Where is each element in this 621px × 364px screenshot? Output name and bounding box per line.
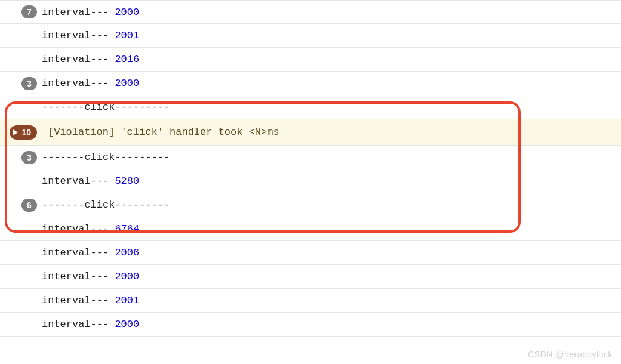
log-row[interactable]: interval--- 2000 <box>0 265 621 289</box>
log-content: interval--- 2000 <box>37 78 139 89</box>
log-row[interactable]: interval--- 5280 <box>0 169 621 193</box>
log-label: interval--- <box>42 54 115 65</box>
expand-icon <box>13 129 18 135</box>
log-content: interval--- 2001 <box>37 295 139 306</box>
click-separator: -------click--------- <box>42 101 170 113</box>
log-row[interactable]: 3 -------click--------- <box>0 146 621 169</box>
click-separator: -------click--------- <box>42 199 170 211</box>
log-row[interactable]: interval--- 2006 <box>0 241 621 265</box>
count-badge: 6 <box>21 199 37 212</box>
count-badge: 3 <box>21 151 37 164</box>
log-content: interval--- 2016 <box>37 54 139 65</box>
violation-row[interactable]: 10 [Violation] 'click' handler took <N>m… <box>0 119 621 146</box>
log-value: 2001 <box>115 30 139 41</box>
log-value: 5280 <box>115 175 139 187</box>
log-label: interval--- <box>42 247 115 258</box>
log-value: 2006 <box>115 247 139 258</box>
log-content: interval--- 5280 <box>37 175 139 187</box>
log-row[interactable]: 6 -------click--------- <box>0 193 621 217</box>
violation-message: [Violation] 'click' handler took <N>ms <box>37 127 279 138</box>
log-row[interactable]: interval--- 2016 <box>0 48 621 72</box>
log-value: 2000 <box>115 7 139 18</box>
log-value: 2000 <box>115 319 139 330</box>
log-label: interval--- <box>42 319 115 330</box>
log-value: 2000 <box>115 78 139 89</box>
log-content: interval--- 2000 <box>37 7 139 18</box>
log-row[interactable]: interval--- 6764 <box>0 217 621 241</box>
log-label: interval--- <box>42 7 115 18</box>
log-row[interactable]: 3 interval--- 2000 <box>0 72 621 95</box>
log-label: interval--- <box>42 30 115 41</box>
log-value: 2001 <box>115 295 139 306</box>
log-label: interval--- <box>42 271 115 282</box>
log-label: interval--- <box>42 78 115 89</box>
console-log-list: 7 interval--- 2000 interval--- 2001 inte… <box>0 0 621 337</box>
log-content: interval--- 6764 <box>37 223 139 235</box>
log-content: -------click--------- <box>37 101 170 113</box>
log-value: 6764 <box>115 223 139 235</box>
watermark: CSDN @heroboyluck <box>528 350 613 359</box>
click-separator: -------click--------- <box>42 152 170 163</box>
count-badge: 3 <box>21 77 37 90</box>
violation-count: 10 <box>21 128 31 137</box>
log-row[interactable]: -------click--------- <box>0 95 621 119</box>
log-row[interactable]: interval--- 2000 <box>0 313 621 337</box>
log-label: interval--- <box>42 295 115 306</box>
log-content: interval--- 2000 <box>37 319 139 330</box>
log-content: interval--- 2000 <box>37 271 139 282</box>
log-value: 2000 <box>115 271 139 282</box>
log-row[interactable]: 7 interval--- 2000 <box>0 0 621 24</box>
log-label: interval--- <box>42 175 115 187</box>
log-value: 2016 <box>115 54 139 65</box>
log-content: -------click--------- <box>37 199 170 211</box>
log-content: -------click--------- <box>37 152 170 163</box>
log-label: interval--- <box>42 223 115 235</box>
log-content: interval--- 2006 <box>37 247 139 258</box>
log-content: interval--- 2001 <box>37 30 139 41</box>
count-badge: 7 <box>21 5 37 18</box>
log-row[interactable]: interval--- 2001 <box>0 24 621 48</box>
violation-badge[interactable]: 10 <box>10 125 37 140</box>
log-row[interactable]: interval--- 2001 <box>0 289 621 313</box>
